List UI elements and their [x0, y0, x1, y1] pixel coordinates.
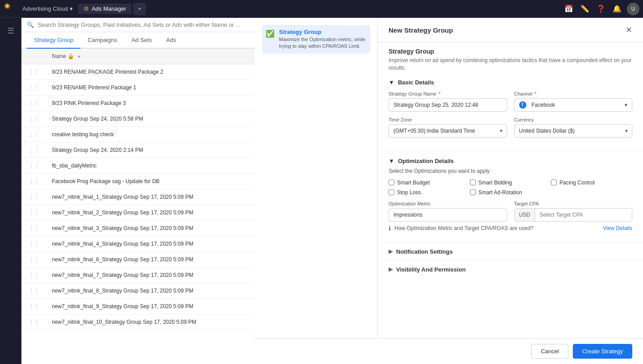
smart-bidding-label: Smart Bidding — [478, 180, 512, 186]
avatar[interactable]: U — [627, 3, 639, 15]
drag-handle: ⋮⋮ — [21, 189, 47, 205]
info-text: How Optimization Metric and Target CPA/R… — [394, 225, 533, 231]
drag-icon[interactable]: ⋮⋮ — [27, 272, 41, 278]
target-cpa-inner: USD — [514, 208, 633, 222]
optimization-metric-group: Optimization Metric — [389, 201, 507, 222]
smart-ad-rotation-checkbox-item: Smart Ad-Rotation — [470, 189, 551, 196]
smart-ad-rotation-checkbox[interactable] — [470, 189, 476, 195]
left-sidebar: ☰ — [0, 18, 21, 364]
channel-chevron: ▾ — [625, 102, 627, 108]
bell-icon[interactable]: 🔔 — [611, 3, 623, 15]
close-button[interactable]: ✕ — [626, 25, 632, 35]
wizard-panel: ✅ Strategy Group Maximize the Optimizati… — [255, 18, 378, 364]
drag-icon[interactable]: ⋮⋮ — [27, 241, 41, 247]
form-panel: New Strategy Group ✕ Strategy Group Impr… — [378, 18, 643, 364]
drag-icon[interactable]: ⋮⋮ — [27, 84, 41, 91]
optimization-chevron: ▼ — [389, 158, 394, 164]
timezone-group: Time Zone (GMT+05:30) India Standard Tim… — [389, 117, 507, 138]
help-icon[interactable]: ❓ — [595, 3, 607, 15]
drag-icon[interactable]: ⋮⋮ — [27, 178, 41, 184]
drag-handle: ⋮⋮ — [21, 283, 47, 299]
tab-strategy-group[interactable]: Strategy Group — [27, 32, 80, 49]
drag-handle: ⋮⋮ — [21, 314, 47, 330]
notification-settings-header[interactable]: ▶ Notification Settings — [389, 248, 632, 255]
cancel-button[interactable]: Cancel — [531, 344, 568, 359]
drag-icon[interactable]: ⋮⋮ — [27, 225, 41, 231]
drag-icon[interactable]: ⋮⋮ — [27, 69, 41, 75]
drag-handle: ⋮⋮ — [21, 96, 47, 111]
drag-icon[interactable]: ⋮⋮ — [27, 319, 41, 325]
tab-ad-sets[interactable]: Ad Sets — [124, 32, 159, 49]
drag-icon[interactable]: ⋮⋮ — [27, 256, 41, 263]
new-tab-button[interactable]: + — [133, 3, 146, 15]
wizard-step-title: Strategy Group — [279, 29, 367, 35]
opt-metric-row: Optimization Metric Target CPA USD — [389, 201, 632, 222]
drag-handle: ⋮⋮ — [21, 142, 47, 158]
drag-icon[interactable]: ⋮⋮ — [27, 116, 41, 122]
visibility-permission-header[interactable]: ▶ Visibility And Permission — [389, 266, 632, 273]
drag-icon[interactable]: ⋮⋮ — [27, 163, 41, 169]
ads-manager-tab[interactable]: ⚙ Ads Manager — [78, 4, 131, 14]
channel-required-star: * — [535, 91, 537, 96]
drag-icon[interactable]: ⋮⋮ — [27, 303, 41, 310]
target-cpa-label: Target CPA — [514, 201, 633, 206]
drag-handle: ⋮⋮ — [21, 174, 47, 189]
tab-campaigns[interactable]: Campaigns — [80, 32, 124, 49]
notification-settings-title: Notification Settings — [396, 248, 453, 255]
drag-handle: ⋮⋮ — [21, 64, 47, 80]
channel-value: Facebook — [532, 102, 622, 108]
visibility-permission-title: Visibility And Permission — [396, 266, 465, 273]
drag-icon[interactable]: ⋮⋮ — [27, 194, 41, 200]
currency-select-wrapper: United States Dollar ($) — [514, 124, 633, 138]
app-name: Advertising Cloud — [22, 5, 68, 12]
currency-group: Currency United States Dollar ($) — [514, 117, 633, 138]
optimization-metric-input[interactable] — [389, 208, 507, 222]
smart-ad-rotation-label: Smart Ad-Rotation — [478, 189, 522, 196]
pacing-control-checkbox[interactable] — [551, 180, 557, 185]
timezone-label: Time Zone — [389, 117, 507, 122]
search-icon: 🔍 — [27, 21, 34, 28]
plus-icon: + — [138, 5, 141, 12]
optimization-subtitle: Select the Optimizations you want to app… — [389, 168, 632, 174]
strategy-group-header: Strategy Group Improve return on ad spen… — [378, 42, 643, 72]
smart-budget-checkbox[interactable] — [389, 180, 394, 185]
visibility-permission-arrow: ▶ — [389, 266, 393, 272]
wizard-step-desc: Maximize the Optimization metric, while … — [279, 36, 367, 50]
smart-bidding-checkbox-item: Smart Bidding — [470, 180, 551, 186]
timezone-select-wrapper: (GMT+05:30) India Standard Time — [389, 124, 507, 138]
top-nav-right: 📅 ✏️ ❓ 🔔 U — [563, 3, 639, 15]
drag-handle: ⋮⋮ — [21, 252, 47, 268]
create-strategy-button[interactable]: Create Strategy — [573, 344, 632, 359]
drag-icon[interactable]: ⋮⋮ — [27, 147, 41, 153]
menu-icon[interactable]: ☰ — [3, 21, 19, 40]
basic-details-header[interactable]: ▼ Basic Details — [389, 79, 632, 86]
channel-label: Channel * — [514, 91, 633, 96]
stop-loss-checkbox[interactable] — [389, 189, 394, 195]
modal-title-row: New Strategy Group ✕ — [389, 25, 632, 35]
tab-label: Ads Manager — [92, 5, 126, 12]
view-details-link[interactable]: View Details — [603, 225, 632, 231]
target-cpa-currency: USD — [515, 209, 535, 221]
pacing-control-checkbox-item: Pacing Control — [551, 180, 632, 186]
visibility-permission-section: ▶ Visibility And Permission — [378, 260, 643, 278]
drag-icon[interactable]: ⋮⋮ — [27, 209, 41, 216]
drag-icon[interactable]: ⋮⋮ — [27, 100, 41, 106]
tab-ads[interactable]: Ads — [159, 32, 183, 49]
wizard-step: ✅ Strategy Group Maximize the Optimizati… — [262, 25, 370, 54]
basic-details-section: ▼ Basic Details Strategy Group Name * Ch… — [378, 72, 643, 151]
optimization-header[interactable]: ▼ Optimization Details — [389, 158, 632, 164]
strategy-group-name-input[interactable] — [389, 98, 507, 112]
app-switcher[interactable]: Advertising Cloud ▾ — [19, 4, 76, 14]
calendar-icon[interactable]: 📅 — [563, 3, 575, 15]
channel-select[interactable]: f Facebook ▾ — [514, 98, 633, 112]
app-logo: ☀️ — [4, 3, 16, 15]
drag-icon[interactable]: ⋮⋮ — [27, 288, 41, 294]
target-cpa-input[interactable] — [535, 209, 632, 221]
currency-label: Currency — [514, 117, 633, 122]
edit-icon[interactable]: ✏️ — [579, 3, 591, 15]
timezone-select[interactable]: (GMT+05:30) India Standard Time — [389, 124, 507, 138]
drag-icon[interactable]: ⋮⋮ — [27, 131, 41, 138]
smart-bidding-checkbox[interactable] — [470, 180, 476, 185]
currency-select[interactable]: United States Dollar ($) — [514, 124, 633, 138]
optimization-title: Optimization Details — [398, 158, 454, 164]
